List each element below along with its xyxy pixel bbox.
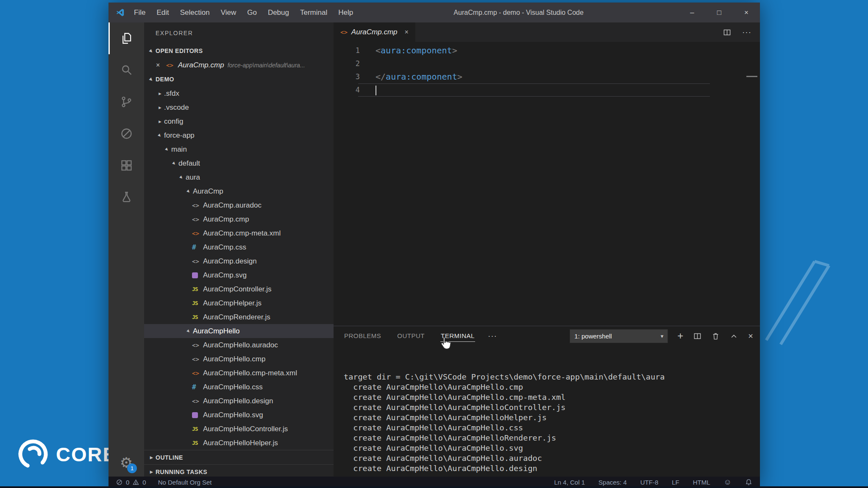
menu-help[interactable]: Help [333,3,359,22]
source-control-icon [120,95,134,109]
css-file-icon: # [192,383,203,391]
tree-file-AuraCmp.auradoc[interactable]: <>AuraCmp.auradoc [144,198,334,212]
menu-debug[interactable]: Debug [262,3,295,22]
split-terminal-icon[interactable] [693,332,701,340]
tree-file-AuraCmp.cmp[interactable]: <>AuraCmp.cmp [144,212,334,226]
tree-folder-.vscode[interactable]: ▸.vscode [144,100,334,114]
cursor-position-status[interactable]: Ln 4, Col 1 [554,479,585,486]
maximize-panel-icon[interactable] [730,332,738,340]
tree-file-AuraCmp.css[interactable]: #AuraCmp.css [144,240,334,254]
code-file-icon: <> [192,258,203,265]
tree-file-AuraCmpHello.svg[interactable]: AuraCmpHello.svg [144,408,334,422]
close-panel-icon[interactable]: × [748,331,753,341]
tree-item-label: config [164,117,183,126]
tree-folder-main[interactable]: ▸main [144,142,334,156]
activity-search-button[interactable] [108,54,144,86]
tree-folder-aura[interactable]: ▸aura [144,170,334,184]
tree-file-AuraCmpHello.css[interactable]: #AuraCmpHello.css [144,380,334,394]
activity-explorer-button[interactable] [108,22,144,54]
activity-debug-button[interactable] [108,118,144,150]
vscode-window: FileEditSelectionViewGoDebugTerminalHelp… [108,3,760,488]
split-editor-icon[interactable] [723,28,731,36]
menu-edit[interactable]: Edit [151,3,174,22]
problems-status[interactable]: 0 0 [116,479,146,486]
tree-file-AuraCmpHello.auradoc[interactable]: <>AuraCmpHello.auradoc [144,338,334,352]
code-line-2[interactable]: 2 [334,57,760,70]
js-file-icon: JS [192,314,203,320]
tree-file-AuraCmpHello.design[interactable]: <>AuraCmpHello.design [144,394,334,408]
tab-auracmp-cmp[interactable]: <> AuraCmp.cmp × [334,22,415,42]
tree-folder-AuraCmp[interactable]: ▸AuraCmp [144,184,334,198]
tree-file-AuraCmpHello.cmp[interactable]: <>AuraCmpHello.cmp [144,352,334,366]
tree-item-label: AuraCmp.css [203,243,246,252]
panel-tab-output[interactable]: OUTPUT [397,330,425,342]
tree-folder-config[interactable]: ▸config [144,114,334,128]
section-outline[interactable]: ▸ OUTLINE [144,450,334,464]
eol-status[interactable]: LF [672,479,679,486]
open-editor-item[interactable]: ×<>AuraCmp.cmpforce-app\main\default\aur… [144,58,334,72]
maximize-button[interactable]: □ [706,3,733,22]
tree-folder-.sfdx[interactable]: ▸.sfdx [144,86,334,100]
close-window-button[interactable]: × [733,3,760,22]
section-open-editors[interactable]: ▸ OPEN EDITORS [144,44,334,58]
kill-terminal-icon[interactable] [712,332,720,340]
code-line-3[interactable]: 3</aura:component> [334,70,760,83]
tree-file-AuraCmpRenderer.js[interactable]: JSAuraCmpRenderer.js [144,310,334,324]
line-number: 2 [334,57,360,70]
js-file-icon: JS [192,440,203,446]
notifications-bell-icon[interactable] [745,479,752,486]
feedback-smiley-icon[interactable]: ☺ [724,478,732,487]
encoding-status[interactable]: UTF-8 [640,479,659,486]
tree-folder-default[interactable]: ▸default [144,156,334,170]
org-status[interactable]: No Default Org Set [158,479,212,486]
code-editor[interactable]: 1<aura:component>23</aura:component>4 [334,42,760,326]
code-line-4[interactable]: 4 [334,83,760,97]
terminal-line: create AuraCmpHello\AuraCmpHelloControll… [344,402,760,413]
menu-go[interactable]: Go [242,3,262,22]
menu-view[interactable]: View [215,3,242,22]
tree-folder-force-app[interactable]: ▸force-app [144,128,334,142]
panel-tab-problems[interactable]: PROBLEMS [344,330,381,342]
editor-more-icon[interactable]: ··· [742,28,751,37]
twisty-expanded-icon: ▸ [146,46,156,56]
tree-item-label: AuraCmp.auradoc [203,201,262,210]
menu-file[interactable]: File [128,3,151,22]
close-editor-icon[interactable]: × [156,61,166,69]
search-icon [120,63,134,77]
tree-file-AuraCmpHelloHelper.js[interactable]: JSAuraCmpHelloHelper.js [144,436,334,450]
terminal[interactable]: target dir = C:\git\VSCode Projects\demo… [334,346,760,477]
tree-item-label: AuraCmp.design [203,257,257,266]
code-line-1[interactable]: 1<aura:component> [334,44,760,57]
tree-file-AuraCmpHello.cmp-meta.xml[interactable]: <>AuraCmpHello.cmp-meta.xml [144,366,334,380]
section-running-tasks[interactable]: ▸ RUNNING TASKS [144,464,334,477]
minimize-button[interactable]: – [679,3,706,22]
code-file-icon: <> [192,342,203,349]
tree-file-AuraCmp.cmp-meta.xml[interactable]: <>AuraCmp.cmp-meta.xml [144,226,334,240]
language-mode-status[interactable]: HTML [693,479,710,486]
settings-badge: 1 [127,463,137,473]
twisty-expanded-icon: ▸ [155,130,165,140]
new-terminal-icon[interactable]: + [677,331,683,341]
tree-file-AuraCmpHelloController.js[interactable]: JSAuraCmpHelloController.js [144,422,334,436]
tree-file-AuraCmpController.js[interactable]: JSAuraCmpController.js [144,282,334,296]
menu-selection[interactable]: Selection [175,3,215,22]
panel-more-icon[interactable]: ··· [488,331,497,341]
tree-file-AuraCmp.svg[interactable]: AuraCmp.svg [144,268,334,282]
text-cursor [376,86,376,95]
background-watermark [750,235,843,349]
indentation-status[interactable]: Spaces: 4 [598,479,627,486]
tree-folder-AuraCmpHello[interactable]: ▸AuraCmpHello [144,324,334,338]
menu-terminal[interactable]: Terminal [295,3,333,22]
twisty-collapsed-icon: ▸ [156,118,164,125]
terminal-shell-select[interactable]: 1: powershell ▾ [570,329,668,343]
tree-file-AuraCmp.design[interactable]: <>AuraCmp.design [144,254,334,268]
activity-source-control-button[interactable] [108,86,144,118]
tree-item-label: AuraCmpHelloHelper.js [203,439,278,447]
explorer-sidebar: EXPLORER ▸ OPEN EDITORS ×<>AuraCmp.cmpfo… [144,22,334,477]
section-demo[interactable]: ▸ DEMO [144,72,334,86]
tree-file-AuraCmpHelper.js[interactable]: JSAuraCmpHelper.js [144,296,334,310]
activity-test-button[interactable] [108,181,144,213]
activity-extensions-button[interactable] [108,150,144,181]
settings-gear-button[interactable]: ⚙ 1 [120,455,133,470]
tab-close-icon[interactable]: × [405,28,409,36]
